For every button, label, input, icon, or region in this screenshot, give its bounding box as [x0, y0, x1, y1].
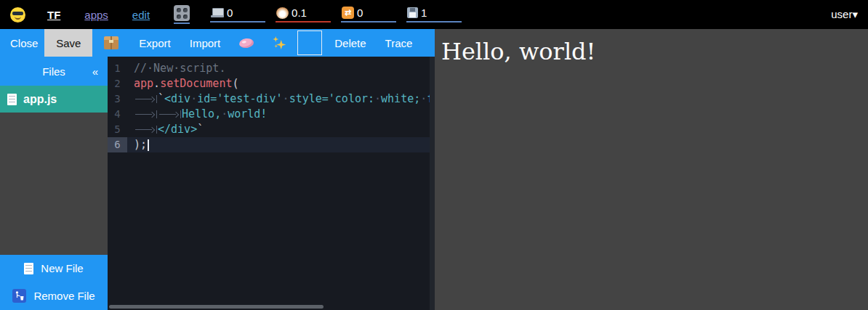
screen: TF apps edit 0 0.1 ⇄ 0 1 user▾ Close Sav… [0, 0, 868, 310]
code-token: app [134, 76, 153, 91]
code-token: · [221, 107, 228, 122]
hamster-icon [276, 7, 289, 19]
files-header: Files « [0, 57, 108, 86]
code-token: · [190, 91, 197, 107]
code-text: `<div·id='test-div'·style='color:·white;… [127, 91, 433, 107]
hamster-stat: 0.1 [276, 7, 331, 23]
new-file-button[interactable]: New File [0, 255, 108, 282]
code-token: . [153, 76, 160, 91]
top-bar: TF apps edit 0 0.1 ⇄ 0 1 user▾ [0, 0, 868, 29]
code-line[interactable]: 1//·New·script. [108, 61, 435, 76]
soap-icon [238, 37, 254, 49]
close-button[interactable]: Close [10, 37, 38, 49]
code-token: <div [164, 91, 190, 107]
apps-link[interactable]: apps [84, 9, 108, 21]
file-item-appjs[interactable]: app.js [0, 86, 108, 113]
code-text: //·New·script. [127, 61, 225, 76]
control-knobs-field[interactable] [174, 5, 190, 24]
export-button[interactable]: Export [139, 37, 170, 49]
laptop-icon [211, 8, 224, 17]
code-line[interactable]: 2app.setDocument( [108, 76, 435, 91]
laptop-stat-value: 0 [227, 7, 233, 19]
hamster-stat-value: 0.1 [292, 7, 307, 19]
floppy-stat-value: 1 [421, 7, 427, 19]
collapse-sidebar-button[interactable]: « [92, 65, 98, 78]
blank-button[interactable] [297, 30, 322, 55]
brand-link[interactable]: TF [47, 9, 60, 21]
import-button[interactable]: Import [190, 37, 221, 49]
code-token: ` [158, 91, 164, 107]
remove-file-button[interactable]: Remove File [0, 282, 108, 310]
code-token: ` [197, 122, 204, 137]
code-token: //·New·script. [134, 61, 225, 76]
line-number: 6 [108, 137, 127, 152]
repeat-stat-value: 0 [357, 7, 363, 19]
code-text: </div>` [127, 122, 204, 137]
code-text: Hello,·world! [127, 107, 267, 122]
tab-marker [158, 109, 182, 120]
document-icon [7, 94, 17, 105]
delete-button[interactable]: Delete [334, 37, 366, 49]
laptop-stat: 0 [210, 7, 265, 23]
code-line[interactable]: 3`<div·id='test-div'·style='color:·white… [108, 91, 435, 107]
code-editor[interactable]: 1//·New·script.2app.setDocument(3`<div·i… [108, 57, 435, 310]
new-file-label: New File [41, 262, 83, 274]
editor-toolbar: Close Save Export Import Delete Trace [0, 29, 435, 57]
code-token: · [283, 91, 289, 107]
code-lines: 1//·New·script.2app.setDocument(3`<div·i… [108, 57, 435, 152]
code-token: ( [232, 76, 238, 91]
line-number: 3 [108, 91, 127, 107]
files-sidebar: Files « app.js New File Remove File [0, 57, 108, 310]
sparkles-button[interactable] [272, 36, 286, 50]
code-token: id='test-div' [197, 91, 282, 107]
line-number: 4 [108, 107, 127, 122]
code-token: setDocument [160, 76, 232, 91]
control-knobs-icon [174, 5, 190, 21]
repeat-icon: ⇄ [342, 7, 354, 19]
cool-face-icon [10, 7, 25, 23]
litter-bin-icon [12, 289, 26, 303]
repeat-stat: ⇄ 0 [341, 7, 396, 23]
text-cursor [148, 139, 149, 151]
code-token: Hello, [182, 107, 221, 122]
code-token: world! [228, 107, 267, 122]
code-token: style='color: [289, 91, 374, 107]
tab-marker [134, 94, 158, 105]
sidebar-spacer [0, 113, 108, 255]
code-token: </div> [158, 122, 197, 137]
tab-marker [134, 109, 158, 120]
code-line[interactable]: 6); [108, 137, 435, 152]
save-button[interactable]: Save [44, 29, 92, 57]
vertical-scrollbar[interactable] [430, 57, 435, 310]
trace-button[interactable]: Trace [385, 37, 413, 49]
code-text: ); [127, 137, 149, 152]
tab-marker [134, 124, 158, 135]
code-line[interactable]: 5</div>` [108, 122, 435, 137]
package-icon [104, 36, 118, 49]
edit-link[interactable]: edit [132, 9, 150, 21]
code-token: white; [381, 91, 420, 107]
file-item-label: app.js [23, 93, 57, 106]
files-header-label: Files [42, 65, 65, 78]
floppy-stat: 1 [406, 7, 462, 23]
package-button[interactable] [104, 36, 118, 49]
line-number: 5 [108, 122, 127, 137]
code-token: · [374, 91, 381, 107]
preview-panel: Hello, world! [435, 29, 868, 310]
line-number: 2 [108, 76, 127, 91]
code-token: ); [134, 137, 147, 152]
code-text: app.setDocument( [127, 76, 239, 91]
user-menu[interactable]: user▾ [831, 8, 858, 21]
code-line[interactable]: 4Hello,·world! [108, 107, 435, 122]
horizontal-scrollbar[interactable] [109, 305, 324, 309]
new-file-icon [24, 263, 33, 274]
sparkles-icon [272, 36, 286, 50]
preview-heading: Hello, world! [441, 38, 868, 65]
code-token: · [420, 91, 427, 107]
line-number: 1 [108, 61, 127, 76]
remove-file-label: Remove File [33, 290, 95, 302]
soap-button[interactable] [239, 38, 254, 48]
floppy-icon [407, 7, 418, 18]
